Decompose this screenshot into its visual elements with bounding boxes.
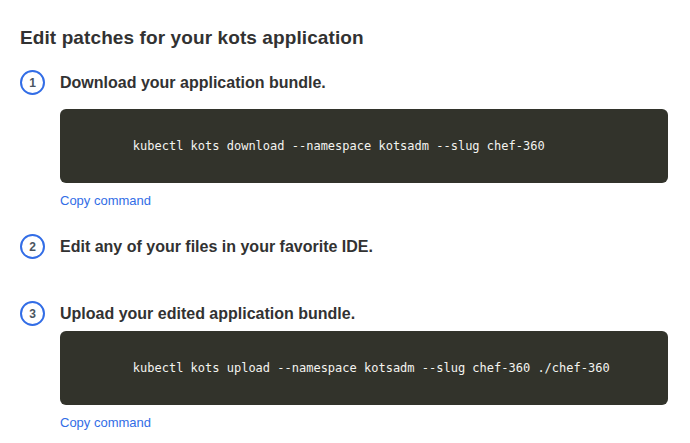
upload-command-snippet: kubectl kots upload --namespace kotsadm …: [60, 331, 668, 405]
step-edit: 2 Edit any of your files in your favorit…: [20, 234, 668, 259]
step-1-number-badge: 1: [20, 70, 45, 95]
step-1-number: 1: [29, 76, 36, 90]
copy-download-command-link[interactable]: Copy command: [60, 193, 151, 208]
step-3-body: Upload your edited application bundle. k…: [60, 301, 668, 431]
step-upload: 3 Upload your edited application bundle.…: [20, 301, 668, 431]
upload-command-text: kubectl kots upload --namespace kotsadm …: [133, 361, 610, 375]
step-download: 1 Download your application bundle. kube…: [20, 70, 668, 209]
step-3-number: 3: [29, 307, 36, 321]
step-3-number-badge: 3: [20, 301, 45, 326]
step-2-number: 2: [29, 240, 36, 254]
download-command-text: kubectl kots download --namespace kotsad…: [133, 139, 545, 153]
step-2-heading: Edit any of your files in your favorite …: [60, 234, 668, 259]
step-2-number-badge: 2: [20, 234, 45, 259]
step-2-body: Edit any of your files in your favorite …: [60, 234, 668, 259]
copy-upload-command-link[interactable]: Copy command: [60, 415, 151, 430]
step-3-heading: Upload your edited application bundle.: [60, 301, 668, 326]
page-title: Edit patches for your kots application: [20, 27, 668, 49]
edit-patches-page: Edit patches for your kots application 1…: [0, 0, 690, 443]
step-1-body: Download your application bundle. kubect…: [60, 70, 668, 209]
download-command-snippet: kubectl kots download --namespace kotsad…: [60, 109, 668, 183]
step-1-heading: Download your application bundle.: [60, 70, 668, 95]
